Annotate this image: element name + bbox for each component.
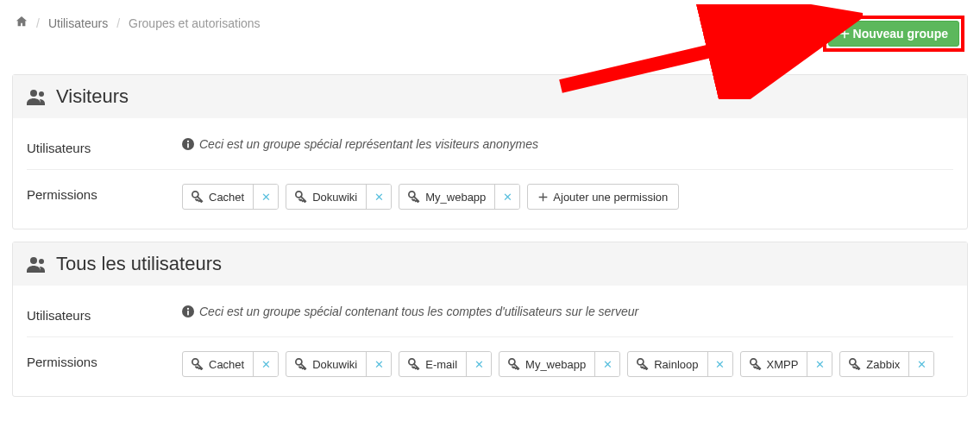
users-row: Utilisateurs Ceci est un groupe spécial …: [27, 130, 953, 162]
group-description: Ceci est un groupe spécial contenant tou…: [182, 305, 638, 318]
users-label: Utilisateurs: [27, 305, 182, 323]
permission-name: Cachet: [209, 191, 244, 204]
permission-tag: Dokuwiki ✕: [286, 351, 392, 377]
permission-remove[interactable]: ✕: [909, 352, 933, 376]
permission-label[interactable]: E-mail: [399, 352, 467, 376]
permission-label[interactable]: Zabbix: [840, 352, 909, 376]
svg-point-3: [39, 91, 44, 97]
users-content: Ceci est un groupe spécial contenant tou…: [182, 305, 953, 318]
group-header: Tous les utilisateurs: [13, 242, 967, 286]
permission-remove[interactable]: ✕: [367, 352, 391, 376]
permissions-label: Permissions: [27, 184, 182, 202]
permission-label[interactable]: Dokuwiki: [286, 352, 367, 376]
users-icon: [27, 255, 47, 273]
group-header: Visiteurs: [13, 75, 967, 118]
breadcrumb-home[interactable]: [16, 16, 28, 30]
svg-point-5: [187, 141, 189, 142]
info-icon: [182, 305, 194, 317]
users-label: Utilisateurs: [27, 137, 182, 155]
divider: [27, 169, 953, 170]
add-permission-button[interactable]: Ajouter une permission: [527, 184, 679, 210]
key-icon: [295, 358, 307, 370]
permission-tag: E-mail ✕: [399, 351, 492, 377]
permission-remove[interactable]: ✕: [495, 185, 519, 209]
permission-label[interactable]: Dokuwiki: [286, 185, 367, 209]
top-bar: / Utilisateurs / Groupes et autorisation…: [9, 9, 971, 69]
permission-tag: Zabbix ✕: [839, 351, 934, 377]
permission-remove[interactable]: ✕: [708, 352, 732, 376]
breadcrumb-separator: /: [36, 16, 40, 30]
key-icon: [408, 191, 420, 203]
key-icon: [192, 358, 204, 370]
key-icon: [750, 358, 762, 370]
add-permission-label: Ajouter une permission: [553, 191, 668, 204]
permission-remove[interactable]: ✕: [254, 185, 278, 209]
breadcrumb-users[interactable]: Utilisateurs: [48, 16, 108, 30]
permissions-content: Cachet ✕ Dokuwiki ✕ My_webapp ✕ Ajouter …: [182, 184, 953, 210]
new-group-label: Nouveau groupe: [853, 27, 948, 41]
divider: [27, 336, 953, 337]
key-icon: [192, 191, 204, 203]
permission-tag: Dokuwiki ✕: [286, 184, 392, 210]
svg-point-2: [30, 90, 37, 97]
new-group-highlight: Nouveau groupe: [823, 16, 964, 52]
plus-icon: [538, 192, 548, 202]
group-title: Tous les utilisateurs: [56, 253, 222, 275]
permission-tag: XMPP ✕: [740, 351, 833, 377]
permission-name: Dokuwiki: [312, 191, 357, 204]
permission-tag: Cachet ✕: [182, 351, 279, 377]
permissions-row: Permissions Cachet ✕ Dokuwiki ✕ E-mail ✕: [27, 344, 953, 384]
permission-remove[interactable]: ✕: [367, 185, 391, 209]
breadcrumb-separator: /: [116, 16, 120, 30]
permission-name: XMPP: [767, 358, 799, 371]
key-icon: [849, 358, 861, 370]
group-panel: Visiteurs Utilisateurs Ceci est un group…: [12, 74, 968, 229]
permission-tag: My_webapp ✕: [499, 351, 620, 377]
permission-remove[interactable]: ✕: [254, 352, 278, 376]
permissions-content: Cachet ✕ Dokuwiki ✕ E-mail ✕ My_webapp ✕: [182, 351, 953, 377]
home-icon: [16, 16, 28, 28]
permission-label[interactable]: Cachet: [183, 352, 254, 376]
svg-point-10: [30, 257, 37, 264]
svg-point-11: [39, 259, 44, 264]
permission-tag: Cachet ✕: [182, 184, 279, 210]
group-body: Utilisateurs Ceci est un groupe spécial …: [13, 118, 967, 229]
group-body: Utilisateurs Ceci est un groupe spécial …: [13, 286, 967, 396]
permission-label[interactable]: My_webapp: [399, 185, 495, 209]
info-icon: [182, 138, 194, 150]
key-icon: [508, 358, 520, 370]
group-title: Visiteurs: [56, 85, 129, 108]
svg-point-13: [187, 308, 189, 310]
breadcrumb-current: Groupes et autorisations: [129, 16, 261, 30]
permission-label[interactable]: My_webapp: [499, 352, 595, 376]
permission-remove[interactable]: ✕: [807, 352, 832, 376]
key-icon: [637, 358, 649, 370]
plus-icon: [839, 28, 850, 39]
group-panel: Tous les utilisateurs Utilisateurs Ceci …: [12, 242, 968, 397]
group-description: Ceci est un groupe spécial représentant …: [182, 137, 538, 151]
new-group-button[interactable]: Nouveau groupe: [828, 21, 959, 47]
svg-rect-14: [187, 311, 189, 315]
permission-remove[interactable]: ✕: [467, 352, 491, 376]
svg-rect-6: [187, 143, 189, 148]
permission-name: E-mail: [425, 358, 457, 371]
key-icon: [295, 191, 307, 203]
users-icon: [27, 88, 47, 105]
permission-tag: Rainloop ✕: [627, 351, 732, 377]
permission-name: My_webapp: [525, 358, 586, 371]
permission-name: Cachet: [209, 358, 244, 371]
key-icon: [408, 358, 420, 370]
permission-label[interactable]: XMPP: [741, 352, 808, 376]
users-row: Utilisateurs Ceci est un groupe spécial …: [27, 298, 953, 330]
permission-label[interactable]: Cachet: [183, 185, 254, 209]
permission-name: Zabbix: [866, 358, 900, 371]
permission-label[interactable]: Rainloop: [628, 352, 707, 376]
permission-remove[interactable]: ✕: [595, 352, 619, 376]
permission-tag: My_webapp ✕: [399, 184, 520, 210]
permissions-label: Permissions: [27, 351, 182, 369]
permission-name: Dokuwiki: [312, 358, 357, 371]
permission-name: Rainloop: [654, 358, 698, 371]
breadcrumb: / Utilisateurs / Groupes et autorisation…: [16, 16, 261, 30]
users-content: Ceci est un groupe spécial représentant …: [182, 137, 953, 151]
permissions-row: Permissions Cachet ✕ Dokuwiki ✕ My_webap…: [27, 177, 953, 217]
